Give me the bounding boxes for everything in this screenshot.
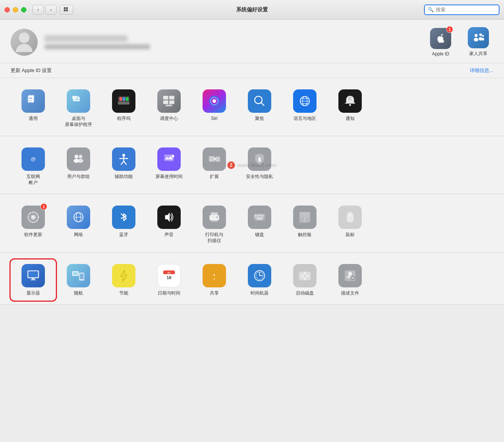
icon-item-screentime[interactable]: 屏幕使用时间 [146,143,192,190]
svg-rect-73 [211,218,218,222]
avatar[interactable] [11,29,38,56]
main-content: 1 Apple ID [0,20,504,305]
icon-bg-timemachine [248,264,271,287]
icon-label-software: 软件更新 [24,232,42,238]
profile-right: 1 Apple ID [426,27,493,57]
badge-software: 1 [40,203,47,210]
icon-item-profiles[interactable]: 描述文件 [327,259,373,301]
icon-item-security[interactable]: 安全性与隐私 [237,143,282,190]
icon-item-keyboard[interactable]: 键盘 [237,201,282,248]
icon-item-startup[interactable]: 启动磁盘 [282,259,327,301]
icon-bg-sound [157,206,181,229]
svg-point-38 [349,104,351,106]
icon-item-bluetooth[interactable]: 蓝牙 [101,201,146,248]
icon-item-notification[interactable]: 通知 [327,85,373,132]
icon-label-handoff: 随航 [74,290,83,296]
svg-point-5 [474,38,478,41]
svg-point-30 [212,99,216,103]
title-bar: ‹ › 系统偏好设置 🔍 [0,0,504,20]
icon-item-datetime[interactable]: JUL 18 日期与时间 [146,259,192,301]
svg-point-8 [482,35,484,37]
icon-label-extension: 扩展 [210,174,219,180]
apple-icon [435,32,447,45]
icon-item-general[interactable]: File New One 通用 [11,85,56,132]
icon-bg-general: File New One [22,89,45,113]
icon-item-sound[interactable]: 声音 [146,201,192,248]
icon-item-network[interactable]: 网络 [56,201,101,248]
svg-point-120 [350,275,355,280]
svg-rect-25 [163,100,168,104]
close-button[interactable] [5,7,10,12]
icon-item-desktop[interactable]: 桌面与 屏幕保护程序 [56,85,101,132]
icon-item-siri[interactable]: Siri [192,85,237,132]
maximize-button[interactable] [21,7,26,12]
icon-item-mission[interactable]: 调度中心 [146,85,192,132]
svg-text:@: @ [31,156,36,162]
forward-button[interactable]: › [45,5,57,15]
window-title: 系统偏好设置 [236,6,268,13]
icon-item-extension[interactable]: 扩展 [192,143,237,190]
svg-rect-82 [257,217,258,218]
svg-point-46 [79,155,83,159]
apple-id-item[interactable]: 1 Apple ID [426,28,456,57]
icon-label-sharing: 共享 [210,290,219,296]
family-sharing-item[interactable]: 家人共享 [463,27,493,57]
profile-info [45,35,150,49]
svg-point-119 [348,272,352,275]
icon-item-timemachine[interactable]: 时间机器 [237,259,282,301]
icon-label-internet: 互联网 帐户 [26,174,40,186]
icon-item-handoff[interactable]: 随航 [56,259,101,301]
icon-item-mouse[interactable]: 鼠标 [327,201,373,248]
search-input[interactable] [436,7,496,12]
icon-item-sharing[interactable]: ! 共享 [192,259,237,301]
svg-line-32 [261,103,264,106]
apple-id-badge: 1 [446,26,453,33]
svg-rect-78 [258,215,260,216]
apple-id-icon-wrapper: 1 [430,28,451,49]
svg-point-9 [482,38,484,41]
icon-bg-mission [157,89,181,113]
svg-rect-77 [257,215,258,216]
svg-rect-76 [255,215,256,216]
icon-bg-mouse [338,206,362,229]
search-box[interactable]: 🔍 [424,5,499,15]
grid-view-button[interactable] [60,5,73,15]
svg-point-4 [475,34,478,37]
svg-rect-94 [32,278,35,279]
svg-point-74 [217,217,218,218]
icon-label-mouse: 鼠标 [346,232,355,238]
icon-bg-dock [112,89,135,113]
icon-item-dock[interactable]: 程序坞 [101,85,146,132]
svg-rect-62 [215,157,220,161]
icon-item-accessibility[interactable]: 辅助功能 [101,143,146,190]
icon-bg-spotlight [248,89,271,113]
icon-label-siri: Siri [211,116,217,122]
icon-item-internet[interactable]: @ 互联网 帐户 [11,143,56,190]
icon-item-software[interactable]: 1软件更新 [11,201,56,248]
icon-item-display[interactable]: 显示器 [11,259,56,301]
profile-section: 1 Apple ID [0,20,504,63]
icon-item-trackpad[interactable]: 触控板 [282,201,327,248]
icon-bg-startup [293,264,317,287]
icon-bg-screentime [157,147,181,171]
svg-rect-93 [28,271,38,277]
icon-item-printer[interactable]: 打印机与 扫描仪 [192,201,237,248]
svg-point-47 [78,159,83,163]
icon-label-users: 用户与群组 [67,174,90,180]
svg-point-44 [75,155,78,159]
icon-bg-network [67,206,90,229]
icon-item-spotlight[interactable]: 聚焦 [237,85,282,132]
family-sharing-icon-bg [468,27,489,48]
svg-point-107 [214,274,215,276]
update-link[interactable]: 详细信息... [470,67,493,74]
svg-rect-20 [119,97,122,101]
family-sharing-icon-wrapper [468,27,489,48]
back-button[interactable]: ‹ [32,5,44,15]
icon-item-language[interactable]: 语言与地区 [282,85,327,132]
icon-bg-bluetooth [112,206,135,229]
minimize-button[interactable] [13,7,18,12]
icons-section-2: @ 互联网 帐户 用户与群组 辅助功能 屏幕使用时间 扩展 安全性与隐私 Zww… [0,136,504,194]
icon-item-users[interactable]: 用户与群组 [56,143,101,190]
icon-item-energy[interactable]: 节能 [101,259,146,301]
icon-label-mission: 调度中心 [160,116,178,122]
